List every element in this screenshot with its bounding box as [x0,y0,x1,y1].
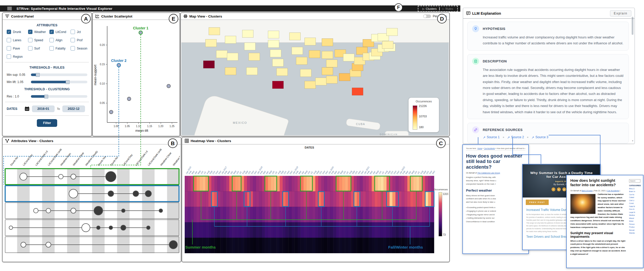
heatmap-cell[interactable] [315,222,318,238]
antecedent-circle[interactable] [71,174,76,179]
heatmap-cell[interactable] [303,176,307,191]
attribute-checkbox-lanes[interactable]: Lanes [7,38,27,42]
heatmap-cell[interactable] [404,207,408,222]
heatmap-cell[interactable] [312,222,316,238]
category-link[interactable]: Sexual [629,229,642,231]
heatmap-cell[interactable] [431,238,434,253]
heatmap-cell[interactable] [324,222,327,238]
heatmap-cell[interactable] [321,222,324,238]
heatmap-cell[interactable] [375,176,378,191]
heatmap-cell[interactable] [413,222,416,238]
heatmap-cell[interactable] [303,222,307,238]
scroll-up-icon[interactable]: ▲ [632,17,634,20]
attribute-checkbox-surf[interactable]: Surf [28,46,48,51]
heatmap-cell[interactable] [226,176,229,191]
heatmap-cell[interactable] [348,238,351,253]
heatmap-cell[interactable] [360,191,363,207]
heatmap-cell[interactable] [232,176,235,191]
heatmap-cell[interactable] [223,176,226,191]
cluster-point-cluster-2[interactable] [117,63,121,67]
heatmap-cell[interactable] [241,222,244,238]
heatmap-cell[interactable] [191,222,194,238]
heatmap-cell[interactable] [289,191,292,207]
slider-thumb[interactable] [36,73,40,77]
heatmap-cell[interactable] [351,176,354,191]
social-f-icon[interactable]: f [552,187,555,191]
heatmap-cell[interactable] [363,238,366,253]
heatmap-cell[interactable] [369,222,372,238]
heatmap-cell[interactable] [336,176,339,191]
heatmap-cell[interactable] [202,207,206,222]
state-TX[interactable] [272,81,284,89]
heatmap-cell[interactable] [393,176,396,191]
heatmap-cell[interactable] [431,222,434,238]
heatmap-cell[interactable] [298,191,301,207]
heatmap-cell[interactable] [401,191,404,207]
heatmap-cell[interactable] [336,207,339,222]
category-link[interactable]: Blog (1 [629,188,642,190]
state-ID[interactable] [225,36,236,44]
heatmap-cell[interactable] [375,222,378,238]
heatmap-cell[interactable] [401,222,404,238]
heatmap-cell[interactable] [244,207,247,222]
heatmap-cell[interactable] [389,176,393,191]
antecedent-circle[interactable] [9,226,13,229]
heatmap-cell[interactable] [428,238,431,253]
breadcrumb-link[interactable]: Car Accidents [484,147,495,149]
heatmap-cell[interactable] [324,176,327,191]
heatmap-cell[interactable] [342,176,345,191]
heatmap-cell[interactable] [211,222,215,238]
heatmap-cell[interactable] [262,238,265,253]
heatmap-cell[interactable] [378,176,381,191]
heatmap-cell[interactable] [241,207,244,222]
heatmap-cell[interactable] [238,222,241,238]
heatmap-cell[interactable] [354,191,357,207]
heatmap-cell[interactable] [235,222,238,238]
attributes-matrix[interactable]: Drunk:NoLitCond:DayLitCond:Dark-LitLitCo… [3,144,180,260]
heatmap-cell[interactable] [280,238,283,253]
heatmap-cell[interactable] [372,238,375,253]
heatmap-cell[interactable] [425,191,428,207]
source-link-2[interactable]: ↗Source 2 [507,135,524,139]
heatmap-cell[interactable] [265,176,268,191]
heatmap-cell[interactable] [399,207,402,222]
state-MI[interactable] [322,38,333,46]
slider-track[interactable] [31,81,87,83]
webpage-card-caldarone[interactable]: You are here: Home » Car Accidents » How… [462,144,529,254]
heatmap-cell[interactable] [211,191,215,207]
state-WI[interactable] [304,38,316,45]
consequent-circle[interactable] [169,241,177,249]
heatmap-cell[interactable] [294,207,298,222]
rules-nav-button[interactable]: ▷Rules [440,7,456,10]
heatmap-cell[interactable] [336,238,339,253]
heatmap-cell[interactable] [339,222,342,238]
heatmap-cell[interactable] [247,222,250,238]
antecedent-circle[interactable] [20,173,27,180]
hamburger-menu-icon[interactable] [7,7,12,10]
heatmap-cell[interactable] [214,207,217,222]
heatmap-cell[interactable] [229,238,232,253]
heatmap-cell[interactable] [363,176,366,191]
category-link[interactable]: Const [629,202,642,204]
explain-button[interactable]: Explain [610,10,631,17]
heatmap-cell[interactable] [395,176,399,191]
heatmap-cell[interactable] [351,207,354,222]
heatmap-cell[interactable] [324,238,327,253]
heatmap-cell[interactable] [259,238,262,253]
heatmap-cell[interactable] [185,207,188,222]
state-IN[interactable] [322,51,333,59]
heatmap-cell[interactable] [226,222,229,238]
heatmap-cell[interactable] [330,191,333,207]
heatmap-cell[interactable] [241,176,244,191]
state-GA[interactable] [339,73,350,81]
heatmap-cell[interactable] [369,207,372,222]
state-NM[interactable] [246,67,258,75]
heatmap-cell[interactable] [265,238,268,253]
consequent-circle[interactable] [94,206,103,215]
heatmap-cell[interactable] [315,176,318,191]
slider-track[interactable] [31,73,87,76]
state-KS[interactable] [272,59,284,67]
heatmap-cell[interactable] [366,191,369,207]
heatmap-cell[interactable] [389,222,393,238]
category-link[interactable]: Motor [629,220,642,222]
